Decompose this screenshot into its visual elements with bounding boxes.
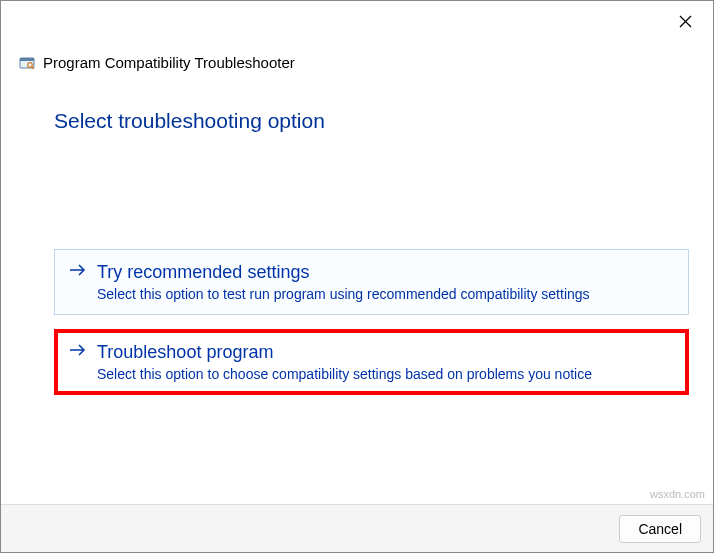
option-troubleshoot-program[interactable]: Troubleshoot program Select this option …: [54, 329, 689, 395]
cancel-button[interactable]: Cancel: [619, 515, 701, 543]
arrow-right-icon: [69, 340, 87, 364]
window-header: Program Compatibility Troubleshooter: [19, 54, 295, 71]
close-icon: [679, 15, 692, 28]
svg-rect-3: [20, 58, 34, 61]
dialog-footer: Cancel: [1, 504, 713, 552]
option-title: Troubleshoot program: [97, 340, 592, 364]
option-try-recommended[interactable]: Try recommended settings Select this opt…: [54, 249, 689, 315]
window-title: Program Compatibility Troubleshooter: [43, 54, 295, 71]
arrow-right-icon: [69, 260, 87, 284]
option-title: Try recommended settings: [97, 260, 590, 284]
option-description: Select this option to choose compatibili…: [97, 366, 592, 382]
troubleshooter-icon: [19, 55, 35, 71]
page-heading: Select troubleshooting option: [54, 109, 325, 133]
options-list: Try recommended settings Select this opt…: [54, 249, 689, 395]
option-description: Select this option to test run program u…: [97, 286, 590, 302]
close-button[interactable]: [675, 11, 695, 31]
watermark: wsxdn.com: [650, 488, 705, 500]
